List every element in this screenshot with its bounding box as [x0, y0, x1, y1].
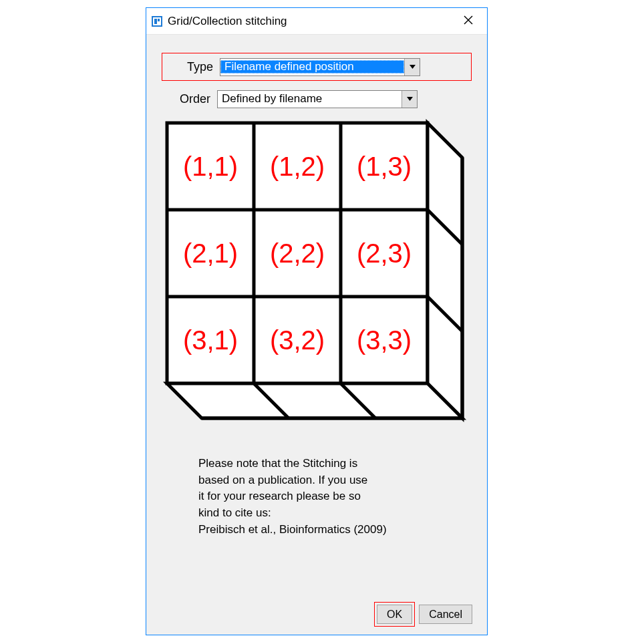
type-select-value: Filename defined position: [220, 60, 404, 73]
grid-cell: (2,3): [341, 210, 428, 297]
svg-rect-1: [154, 19, 157, 24]
type-select[interactable]: Filename defined position: [220, 58, 420, 76]
dialog-buttons: OK Cancel: [377, 605, 472, 624]
cancel-button[interactable]: Cancel: [419, 605, 472, 624]
grid-cell: (2,2): [254, 210, 341, 297]
svg-rect-2: [158, 19, 160, 21]
close-button[interactable]: [455, 14, 482, 28]
note-line: kind to cite us:: [198, 505, 452, 522]
grid-cell: (1,2): [254, 123, 341, 210]
titlebar: Grid/Collection stitching: [146, 8, 487, 35]
order-label: Order: [162, 92, 217, 106]
note-line: based on a publication. If you use: [198, 472, 452, 489]
window-title: Grid/Collection stitching: [168, 15, 455, 28]
citation-note: Please note that the Stitching is based …: [198, 456, 452, 538]
chevron-down-icon: [404, 59, 420, 75]
chevron-down-icon: [401, 91, 417, 108]
note-line: Preibisch et al., Bioinformatics (2009): [198, 522, 452, 538]
type-label: Type: [165, 60, 220, 74]
grid-cell: (3,3): [341, 297, 428, 383]
close-icon: [464, 15, 473, 25]
ok-button[interactable]: OK: [377, 605, 412, 624]
order-select[interactable]: Defined by filename: [217, 90, 418, 108]
type-row: Type Filename defined position: [162, 53, 471, 80]
order-row: Order Defined by filename: [162, 87, 471, 111]
svg-marker-5: [410, 65, 416, 69]
grid-cell: (1,3): [341, 123, 428, 210]
svg-marker-6: [407, 97, 413, 101]
dialog-body: Type Filename defined position Order Def…: [146, 35, 487, 546]
note-line: Please note that the Stitching is: [198, 456, 452, 472]
grid-cell: (3,2): [254, 297, 341, 383]
grid-cell: (3,1): [167, 297, 254, 383]
order-select-value: Defined by filename: [218, 92, 401, 106]
dialog-window: Grid/Collection stitching Type Filename …: [146, 7, 488, 635]
app-icon: [152, 16, 162, 27]
grid-cell: (1,1): [167, 123, 254, 210]
grid-illustration: (1,1) (1,2) (1,3) (2,1) (2,2) (2,3) (3,1…: [163, 119, 470, 440]
note-line: it for your research please be so: [198, 488, 452, 505]
grid-cell: (2,1): [167, 210, 254, 297]
